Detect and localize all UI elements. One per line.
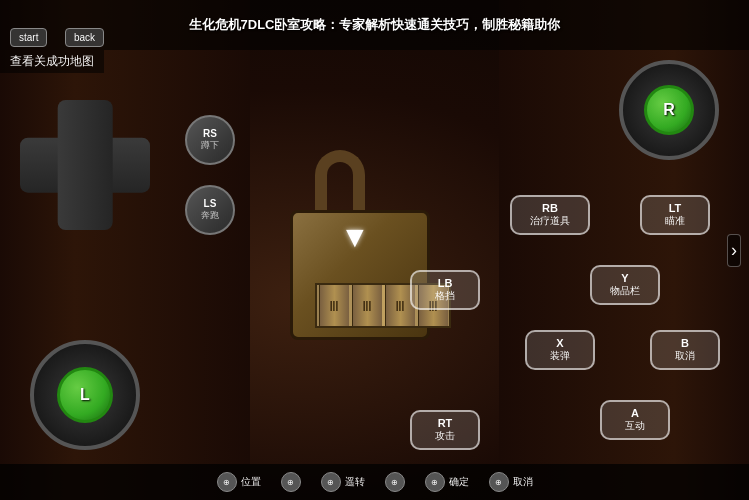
left-stick[interactable]: L — [30, 340, 140, 450]
rb-label: RB — [542, 202, 558, 214]
left-stick-label: L — [80, 386, 90, 404]
rotate-label: 遥转 — [345, 475, 365, 489]
rt-sublabel: 攻击 — [435, 429, 455, 443]
rt-button[interactable]: RT 攻击 — [410, 410, 480, 450]
lb-label: LB — [438, 277, 453, 289]
top-bar: start back 生化危机7DLC卧室攻略：专家解析快速通关技巧，制胜秘籍助… — [0, 0, 749, 50]
bottom-control-4: ⊕ — [385, 472, 405, 492]
left-stick-outer[interactable]: L — [30, 340, 140, 450]
confirm-label: 确定 — [449, 475, 469, 489]
bottom-control-confirm: ⊕ 确定 — [425, 472, 469, 492]
right-stick[interactable]: R — [619, 60, 719, 160]
lt-rect[interactable]: LT 瞄准 — [640, 195, 710, 235]
x-sublabel: 装弹 — [550, 349, 570, 363]
arrow-indicator: ▼ — [340, 220, 370, 254]
position-icon: ⊕ — [217, 472, 237, 492]
bottom-control-cancel: ⊕ 取消 — [489, 472, 533, 492]
ls-sublabel: 奔跑 — [201, 209, 219, 222]
dial-1: ||| — [319, 285, 349, 326]
lt-button[interactable]: LT 瞄准 — [640, 195, 710, 235]
chevron-right-button[interactable]: › — [727, 234, 741, 267]
y-rect[interactable]: Y 物品栏 — [590, 265, 660, 305]
dpad[interactable] — [20, 100, 150, 230]
right-stick-outer[interactable]: R — [619, 60, 719, 160]
a-button[interactable]: A 互动 — [600, 400, 670, 440]
bottom-control-position: ⊕ 位置 — [217, 472, 261, 492]
ls-label: LS — [204, 198, 217, 209]
lb-button[interactable]: LB 格挡 — [410, 270, 480, 310]
chevron-container: › — [727, 0, 741, 500]
lt-sublabel: 瞄准 — [665, 214, 685, 228]
ls-button[interactable]: LS 奔跑 — [185, 185, 235, 235]
x-button[interactable]: X 装弹 — [525, 330, 595, 370]
page-title: 生化危机7DLC卧室攻略：专家解析快速通关技巧，制胜秘籍助你 — [0, 16, 749, 34]
x-label: X — [556, 337, 563, 349]
lt-label: LT — [669, 202, 682, 214]
x-rect[interactable]: X 装弹 — [525, 330, 595, 370]
b-label: B — [681, 337, 689, 349]
rs-sublabel: 蹲下 — [201, 139, 219, 152]
a-sublabel: 互动 — [625, 419, 645, 433]
cancel-label: 取消 — [513, 475, 533, 489]
lb-rect[interactable]: LB 格挡 — [410, 270, 480, 310]
bottom-control-rotate: ⊕ 遥转 — [321, 472, 365, 492]
rb-button[interactable]: RB 治疗道具 — [510, 195, 590, 235]
rs-label: RS — [203, 128, 217, 139]
dial-2: ||| — [352, 285, 382, 326]
b-rect[interactable]: B 取消 — [650, 330, 720, 370]
rs-button[interactable]: RS 蹲下 — [185, 115, 235, 165]
bottom-control-2: ⊕ — [281, 472, 301, 492]
lb-sublabel: 格挡 — [435, 289, 455, 303]
b-button[interactable]: B 取消 — [650, 330, 720, 370]
rb-sublabel: 治疗道具 — [530, 214, 570, 228]
ls-circle[interactable]: LS 奔跑 — [185, 185, 235, 235]
rt-rect[interactable]: RT 攻击 — [410, 410, 480, 450]
control4-icon: ⊕ — [385, 472, 405, 492]
a-rect[interactable]: A 互动 — [600, 400, 670, 440]
y-button[interactable]: Y 物品栏 — [590, 265, 660, 305]
control2-icon: ⊕ — [281, 472, 301, 492]
start-button[interactable]: start — [10, 28, 47, 47]
b-sublabel: 取消 — [675, 349, 695, 363]
subtitle-text: 查看关成功地图 — [10, 54, 94, 68]
rs-circle[interactable]: RS 蹲下 — [185, 115, 235, 165]
y-label: Y — [621, 272, 628, 284]
left-stick-inner[interactable]: L — [57, 367, 113, 423]
cancel-icon: ⊕ — [489, 472, 509, 492]
position-label: 位置 — [241, 475, 261, 489]
dpad-cross[interactable] — [20, 100, 150, 230]
rotate-icon: ⊕ — [321, 472, 341, 492]
subtitle: 查看关成功地图 — [0, 50, 104, 73]
confirm-icon: ⊕ — [425, 472, 445, 492]
right-stick-inner[interactable]: R — [644, 85, 695, 136]
rt-label: RT — [438, 417, 453, 429]
y-sublabel: 物品栏 — [610, 284, 640, 298]
back-button[interactable]: back — [65, 28, 104, 47]
rb-rect[interactable]: RB 治疗道具 — [510, 195, 590, 235]
right-stick-label: R — [663, 101, 675, 119]
a-label: A — [631, 407, 639, 419]
bottom-bar: ⊕ 位置 ⊕ ⊕ 遥转 ⊕ ⊕ 确定 ⊕ 取消 — [0, 464, 749, 500]
